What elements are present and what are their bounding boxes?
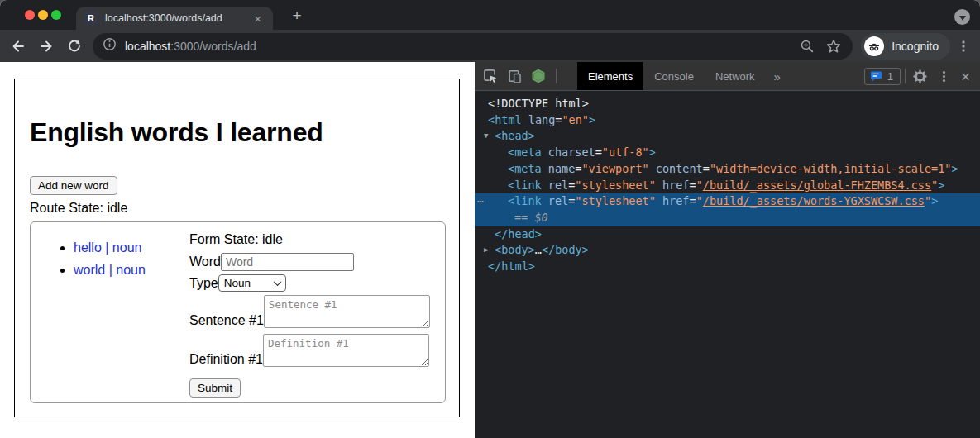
code-token: == (514, 211, 534, 224)
devtools-panel: ElementsConsoleNetwork » 1 × (475, 62, 980, 438)
devtools-tabs: ElementsConsoleNetwork (577, 62, 766, 90)
zoom-icon[interactable] (798, 37, 816, 55)
code-token: = (595, 145, 602, 159)
dom-tree-row[interactable]: ▶<body>…</body> (475, 242, 980, 259)
code-token: > (938, 179, 944, 192)
address-bar[interactable]: localhost:3000/words/add (93, 33, 853, 60)
code-token: </html> (488, 259, 535, 273)
browser-menu-icon[interactable] (955, 36, 972, 56)
sentence-textarea[interactable] (264, 295, 430, 328)
dom-tree-row[interactable]: <meta name="viewport" content="width=dev… (475, 161, 980, 178)
dom-tree-row[interactable]: </html> (475, 259, 980, 275)
dom-tree-row[interactable]: <link rel="stylesheet" href="/build/_ass… (475, 178, 980, 194)
code-token: <head> (495, 129, 535, 142)
node-js-icon[interactable] (528, 65, 549, 87)
code-token: <html (488, 113, 522, 126)
inspect-element-icon[interactable] (480, 65, 501, 87)
words-panel: hello | nounworld | noun Form State: idl… (30, 221, 446, 403)
incognito-label: Incognito (892, 40, 939, 53)
word-link[interactable]: world | noun (74, 263, 146, 277)
code-token: = (703, 162, 710, 175)
code-token: rel (542, 179, 569, 192)
expand-arrow-open-icon[interactable]: ▼ (484, 128, 488, 145)
row-menu-icon[interactable]: ⋯ (477, 193, 483, 210)
devtools-tab-network[interactable]: Network (705, 62, 766, 90)
definition-label: Definition #1 (189, 352, 263, 367)
divider (905, 69, 906, 83)
code-token: <meta (508, 162, 542, 175)
word-list-item: hello | noun (74, 240, 146, 255)
code-token: <!DOCTYPE html> (488, 97, 589, 110)
code-token: rel (542, 194, 569, 207)
code-token: … (535, 243, 542, 256)
browser-window: R localhost:3000/words/add × + localhost… (0, 0, 980, 438)
incognito-badge: Incognito (861, 33, 950, 60)
dom-tree-row[interactable]: ⋯<link rel="stylesheet" href="/build/_as… (475, 193, 980, 210)
dom-tree-row[interactable]: == $0 (475, 210, 980, 226)
forward-button[interactable] (36, 36, 56, 56)
back-button[interactable] (8, 36, 28, 56)
reload-button[interactable] (65, 36, 84, 56)
url-text: localhost:3000/words/add (125, 40, 790, 53)
app-container: English words I learned Add new word Rou… (14, 79, 460, 417)
word-label: Word (189, 255, 221, 269)
type-label: Type (189, 276, 218, 291)
expand-arrow-closed-icon[interactable]: ▶ (484, 242, 488, 259)
issues-bubble-icon (870, 70, 882, 83)
chevron-down-icon (273, 278, 281, 286)
devtools-menu-icon[interactable] (934, 65, 955, 87)
devtools-tab-console[interactable]: Console (643, 62, 705, 90)
code-token: > (649, 145, 656, 159)
dom-tree-row[interactable]: <html lang="en"> (475, 112, 980, 129)
tab-close-icon[interactable]: × (251, 11, 265, 26)
code-token: <link (508, 179, 542, 192)
code-token: <body> (495, 243, 535, 256)
devtools-tab-elements[interactable]: Elements (577, 62, 643, 90)
tab-strip: R localhost:3000/words/add × + (0, 0, 980, 30)
code-token: name (542, 162, 576, 175)
code-token: </body> (542, 243, 589, 256)
dom-tree-row[interactable]: ▼<head> (475, 128, 980, 145)
bookmark-star-icon[interactable] (825, 37, 843, 55)
form-state-text: Form State: idle (189, 232, 442, 247)
site-info-icon[interactable] (103, 37, 117, 55)
code-token: content (649, 162, 703, 175)
issues-counter[interactable]: 1 (864, 68, 901, 85)
code-token: > (951, 162, 958, 175)
web-page: English words I learned Add new word Rou… (0, 62, 475, 438)
browser-tab[interactable]: R localhost:3000/words/add × (76, 7, 273, 30)
code-token: "en" (562, 113, 589, 126)
word-link[interactable]: hello | noun (74, 240, 141, 255)
devtools-toolbar: ElementsConsoleNetwork » 1 × (475, 62, 980, 91)
code-token: > (931, 194, 938, 207)
fullscreen-window-button[interactable] (51, 10, 61, 20)
window-dropdown-icon[interactable] (954, 9, 970, 25)
add-new-word-button[interactable]: Add new word (30, 176, 117, 195)
dom-tree-row[interactable]: <meta charset="utf-8"> (475, 145, 980, 161)
dom-tree-row[interactable]: </head> (475, 226, 980, 243)
code-token: charset (542, 145, 595, 159)
code-token: /build/_assets/global-FHZEMBS4.css (703, 179, 931, 192)
device-toolbar-icon[interactable] (504, 65, 525, 87)
chevron-down-icon (959, 16, 966, 21)
minimize-window-button[interactable] (38, 10, 48, 20)
incognito-icon (864, 36, 884, 56)
devtools-close-icon[interactable]: × (958, 69, 973, 84)
code-token: lang (522, 113, 556, 126)
definition-textarea[interactable] (263, 334, 429, 367)
code-token: /build/_assets/words-YGXSWCSW.css (703, 194, 925, 207)
submit-button[interactable]: Submit (189, 378, 241, 398)
dom-tree-row[interactable]: <!DOCTYPE html> (475, 96, 980, 112)
type-select[interactable]: Noun (218, 274, 286, 292)
close-window-button[interactable] (25, 10, 35, 20)
code-token: " (925, 194, 931, 207)
remix-favicon-icon: R (84, 12, 98, 25)
code-token: <link (508, 194, 542, 207)
code-token: href (656, 194, 690, 207)
tab-title: localhost:3000/words/add (105, 12, 251, 24)
devtools-settings-icon[interactable] (910, 65, 931, 87)
word-input[interactable] (221, 253, 354, 271)
more-tabs-icon[interactable]: » (766, 69, 789, 83)
page-title: English words I learned (30, 117, 459, 148)
new-tab-button[interactable]: + (286, 5, 308, 26)
